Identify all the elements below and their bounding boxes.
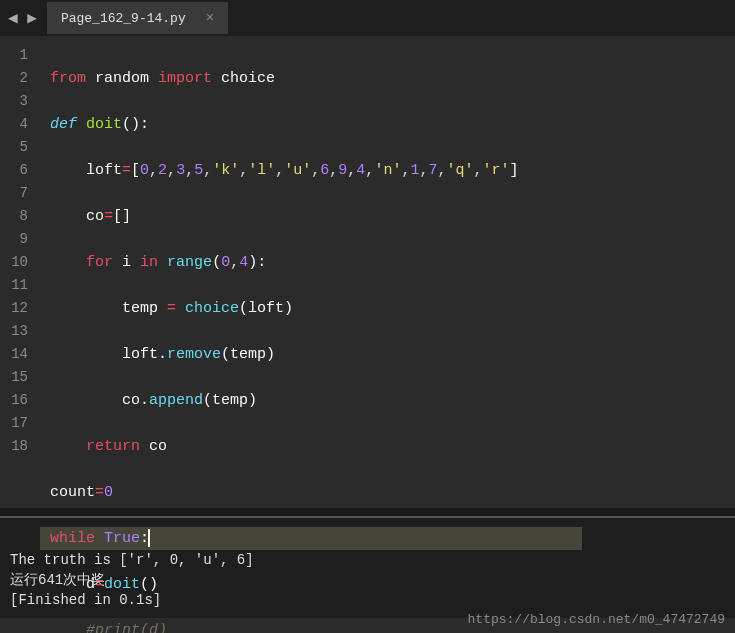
line-number: 4 [8, 113, 28, 136]
line-number: 10 [8, 251, 28, 274]
line-number: 6 [8, 159, 28, 182]
line-number: 16 [8, 389, 28, 412]
line-number: 8 [8, 205, 28, 228]
line-number: 9 [8, 228, 28, 251]
line-number: 14 [8, 343, 28, 366]
line-number: 1 [8, 44, 28, 67]
line-number: 11 [8, 274, 28, 297]
text-cursor [148, 529, 150, 547]
line-number: 5 [8, 136, 28, 159]
code-area[interactable]: from random import choice def doit(): lo… [40, 36, 582, 508]
line-number: 12 [8, 297, 28, 320]
close-icon[interactable]: × [206, 10, 214, 26]
file-tab[interactable]: Page_162_9-14.py × [47, 2, 228, 34]
tab-filename: Page_162_9-14.py [61, 11, 186, 26]
line-number: 7 [8, 182, 28, 205]
titlebar: ◀ ▶ Page_162_9-14.py × [0, 0, 735, 36]
line-gutter: 1 2 3 4 5 6 7 8 9 10 11 12 13 14 15 16 1… [0, 36, 40, 508]
line-number: 3 [8, 90, 28, 113]
nav-arrows[interactable]: ◀ ▶ [8, 8, 37, 28]
line-number: 18 [8, 435, 28, 458]
line-number: 2 [8, 67, 28, 90]
watermark: https://blog.csdn.net/m0_47472749 [468, 612, 725, 627]
line-number: 17 [8, 412, 28, 435]
output-line: The truth is ['r', 0, 'u', 6] [10, 552, 254, 568]
line-number: 13 [8, 320, 28, 343]
code-editor[interactable]: 1 2 3 4 5 6 7 8 9 10 11 12 13 14 15 16 1… [0, 36, 735, 516]
line-number: 15 [8, 366, 28, 389]
